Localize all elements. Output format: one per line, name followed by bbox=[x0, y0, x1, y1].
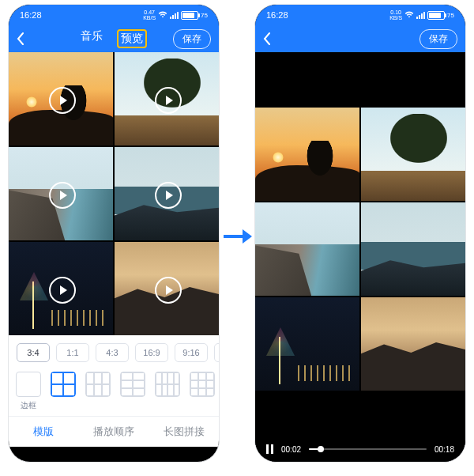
template-2x2[interactable] bbox=[51, 372, 75, 410]
bottom-tab-long[interactable]: 长图拼接 bbox=[149, 417, 219, 447]
grid-cell[interactable] bbox=[9, 147, 113, 240]
back-button[interactable] bbox=[263, 32, 280, 45]
bottom-panel: 3:4 1:1 4:3 16:9 9:16 更多 边框 模版 播放顺序 长图拼接 bbox=[9, 335, 219, 447]
template-3x2[interactable] bbox=[86, 372, 110, 410]
grid-cell[interactable] bbox=[9, 242, 113, 335]
header: 16:28 0.10KB/S 75 保存 bbox=[255, 5, 465, 52]
phone-preview: 16:28 0.10KB/S 75 保存 bbox=[254, 4, 466, 463]
template-4x2[interactable] bbox=[156, 372, 179, 410]
playback-controls: 00:02 00:18 bbox=[255, 444, 465, 454]
back-button[interactable] bbox=[17, 32, 34, 45]
playback-thumb[interactable] bbox=[318, 446, 324, 452]
bottom-tab-template[interactable]: 模版 bbox=[9, 417, 79, 447]
ratio-chip[interactable]: 4:3 bbox=[96, 343, 129, 362]
status-bar: 16:28 0.10KB/S 75 bbox=[255, 5, 465, 25]
phone-editor: 16:28 0.47KB/S 75 音乐 预览 保存 bbox=[8, 4, 220, 463]
grid-cell[interactable] bbox=[115, 242, 219, 335]
ratio-chip[interactable]: 3:4 bbox=[17, 343, 50, 362]
playback-total: 00:18 bbox=[434, 445, 454, 454]
pause-button[interactable] bbox=[266, 444, 273, 454]
grid-cell bbox=[361, 202, 465, 296]
play-icon bbox=[155, 87, 182, 114]
status-time: 16:28 bbox=[266, 10, 288, 20]
preview-area: 00:02 00:18 bbox=[255, 52, 465, 462]
play-icon bbox=[49, 87, 76, 114]
photo-grid bbox=[9, 52, 219, 335]
grid-cell[interactable] bbox=[115, 52, 219, 145]
signal-icon bbox=[416, 12, 425, 19]
template-border[interactable]: 边框 bbox=[17, 372, 40, 410]
status-indicators: 0.10KB/S 75 bbox=[389, 9, 454, 21]
ratio-chip[interactable]: 1:1 bbox=[56, 343, 89, 362]
template-3x3[interactable] bbox=[190, 372, 214, 410]
play-icon bbox=[155, 182, 182, 209]
grid-cell bbox=[361, 108, 465, 201]
ratio-chip[interactable]: 16:9 bbox=[135, 343, 168, 362]
play-icon bbox=[49, 182, 76, 209]
grid-cell bbox=[255, 202, 359, 296]
status-time: 16:28 bbox=[20, 10, 42, 20]
grid-cell bbox=[255, 297, 359, 391]
template-2x3[interactable] bbox=[121, 372, 145, 410]
header: 16:28 0.47KB/S 75 音乐 预览 保存 bbox=[9, 5, 219, 52]
signal-icon bbox=[170, 12, 179, 19]
grid-cell[interactable] bbox=[115, 147, 219, 240]
play-icon bbox=[49, 277, 76, 304]
status-bar: 16:28 0.47KB/S 75 bbox=[9, 5, 219, 25]
play-icon bbox=[155, 277, 182, 304]
save-button[interactable]: 保存 bbox=[173, 29, 211, 49]
grid-cell bbox=[361, 297, 465, 391]
ratio-row: 3:4 1:1 4:3 16:9 9:16 更多 bbox=[9, 335, 219, 368]
template-row: 边框 bbox=[9, 368, 219, 416]
nav-bar: 保存 bbox=[255, 25, 465, 52]
wifi-icon bbox=[404, 10, 414, 20]
battery-icon: 75 bbox=[427, 11, 454, 20]
arrow-icon bbox=[224, 229, 252, 244]
playback-current: 00:02 bbox=[281, 445, 301, 454]
playback-track[interactable] bbox=[309, 448, 427, 450]
tab-music[interactable]: 音乐 bbox=[81, 29, 103, 48]
net-rate: 0.10KB/S bbox=[389, 9, 402, 21]
preview-grid[interactable] bbox=[255, 108, 465, 391]
ratio-chip[interactable]: 9:16 bbox=[175, 343, 208, 362]
status-indicators: 0.47KB/S 75 bbox=[143, 9, 208, 21]
tab-preview[interactable]: 预览 bbox=[117, 29, 147, 48]
battery-icon: 75 bbox=[181, 11, 208, 20]
nav-bar: 音乐 预览 保存 bbox=[9, 25, 219, 52]
net-rate: 0.47KB/S bbox=[143, 9, 156, 21]
bottom-tabs: 模版 播放顺序 长图拼接 bbox=[9, 416, 219, 447]
save-button[interactable]: 保存 bbox=[419, 29, 457, 49]
ratio-chip-more[interactable]: 更多 bbox=[214, 343, 220, 362]
wifi-icon bbox=[158, 10, 167, 20]
bottom-tab-order[interactable]: 播放顺序 bbox=[79, 417, 149, 447]
grid-cell bbox=[255, 108, 359, 201]
grid-cell[interactable] bbox=[9, 52, 113, 145]
